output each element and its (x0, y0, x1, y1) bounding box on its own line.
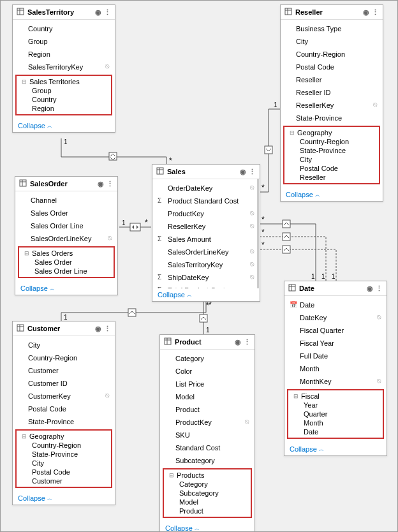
more-icon[interactable]: ⋮ (104, 8, 111, 17)
collapse-link[interactable]: Collapse︿ (152, 288, 260, 301)
table-header[interactable]: Product ◉ ⋮ (160, 335, 254, 350)
more-icon[interactable]: ⋮ (376, 284, 383, 293)
table-salesorder[interactable]: SalesOrder ◉ ⋮ Channel Sales Order Sales… (15, 176, 118, 295)
field-row[interactable]: Month (284, 362, 387, 375)
hierarchy-item[interactable]: Postal Code (17, 468, 111, 477)
hierarchy-item[interactable]: Sales Order (19, 258, 114, 267)
more-icon[interactable]: ⋮ (104, 325, 111, 333)
hierarchy-item[interactable]: Category (164, 480, 251, 489)
field-row[interactable]: Reseller (281, 73, 383, 86)
hierarchy-item[interactable]: Date (288, 427, 383, 436)
hierarchy-item[interactable]: Product (164, 506, 251, 515)
field-row[interactable]: MonthKey⦰ (284, 375, 387, 388)
table-reseller[interactable]: Reseller ◉ ⋮ Business Type City Country-… (280, 4, 383, 202)
field-row[interactable]: DateKey⦰ (284, 311, 387, 324)
field-row[interactable]: Full Date (284, 350, 387, 362)
scrollbar[interactable] (257, 179, 259, 288)
table-salesterritory[interactable]: SalesTerritory ◉ ⋮ Country Group Region … (12, 4, 115, 133)
field-row[interactable]: Reseller ID (281, 86, 383, 99)
field-row[interactable]: Customer (13, 364, 115, 377)
hierarchy-item[interactable]: Subcategory (164, 489, 251, 498)
collapse-link[interactable]: Collapse︿ (281, 188, 383, 201)
visibility-icon[interactable]: ◉ (240, 168, 246, 176)
table-product[interactable]: Product ◉ ⋮ Category Color List Price Mo… (159, 334, 255, 532)
field-row[interactable]: ΣProduct Standard Cost (152, 195, 260, 207)
more-icon[interactable]: ⋮ (107, 180, 114, 188)
hierarchy-header[interactable]: ⊟Sales Orders (19, 249, 114, 258)
hierarchy-item[interactable]: Region (17, 104, 111, 113)
visibility-icon[interactable]: ◉ (367, 284, 373, 293)
field-row[interactable]: Subcategory (160, 454, 254, 467)
field-row[interactable]: State-Province (281, 112, 383, 124)
field-row[interactable]: Category (160, 352, 254, 365)
field-row[interactable]: 📅Date (284, 299, 387, 311)
collapse-link[interactable]: Collapse︿ (13, 492, 115, 505)
hierarchy-item[interactable]: Customer (17, 477, 111, 485)
table-header[interactable]: Date ◉ ⋮ (284, 281, 387, 296)
field-row[interactable]: ProductKey⦰ (152, 207, 260, 220)
table-customer[interactable]: Customer ◉ ⋮ City Country-Region Custome… (12, 321, 115, 505)
field-row[interactable]: Postal Code (281, 61, 383, 73)
table-date[interactable]: Date ◉ ⋮ 📅Date DateKey⦰ Fiscal Quarter F… (284, 281, 387, 456)
field-row[interactable]: Product (160, 403, 254, 416)
hierarchy-header[interactable]: ⊟Products (164, 471, 251, 480)
field-row[interactable]: Country-Region (13, 351, 115, 364)
field-row[interactable]: SalesTerritoryKey⦰ (13, 61, 115, 73)
hierarchy-header[interactable]: ⊟Fiscal (288, 392, 383, 401)
field-row[interactable]: ΣShipDateKey⦰ (152, 271, 260, 284)
hierarchy-item[interactable]: Year (288, 401, 383, 410)
visibility-icon[interactable]: ◉ (95, 325, 101, 333)
hierarchy-item[interactable]: Quarter (288, 410, 383, 418)
table-header[interactable]: SalesTerritory ◉ ⋮ (13, 5, 115, 20)
hierarchy-item[interactable]: Postal Code (284, 164, 379, 173)
hierarchy-item[interactable]: Month (288, 418, 383, 427)
field-row[interactable]: Color (160, 365, 254, 378)
visibility-icon[interactable]: ◉ (363, 8, 369, 17)
field-row[interactable]: Model (160, 390, 254, 403)
field-row[interactable]: Business Type (281, 22, 383, 35)
field-row[interactable]: ResellerKey⦰ (152, 220, 260, 233)
hierarchy-item[interactable]: Group (17, 86, 111, 95)
more-icon[interactable]: ⋮ (244, 338, 251, 346)
table-header[interactable]: Reseller ◉ ⋮ (281, 5, 383, 20)
field-row[interactable]: SalesOrderLineKey⦰ (152, 246, 260, 258)
field-row[interactable]: ΣTotal Product Cost (152, 284, 260, 288)
field-row[interactable]: SalesOrderLineKey⦰ (15, 232, 117, 245)
field-row[interactable]: Customer ID (13, 377, 115, 390)
collapse-link[interactable]: Collapse︿ (13, 119, 115, 132)
table-header[interactable]: Customer ◉ ⋮ (13, 321, 115, 336)
field-row[interactable]: Country-Region (281, 48, 383, 61)
field-row[interactable]: ΣSales Amount (152, 233, 260, 246)
visibility-icon[interactable]: ◉ (235, 338, 241, 346)
field-row[interactable]: OrderDateKey⦰ (152, 182, 260, 195)
field-row[interactable]: ProductKey⦰ (160, 416, 254, 429)
more-icon[interactable]: ⋮ (249, 168, 256, 176)
field-row[interactable]: SKU (160, 429, 254, 441)
collapse-link[interactable]: Collapse︿ (15, 282, 117, 295)
field-row[interactable]: Fiscal Quarter (284, 324, 387, 337)
field-row[interactable]: Sales Order Line (15, 219, 117, 232)
field-row[interactable]: Region (13, 48, 115, 61)
field-row[interactable]: City (13, 339, 115, 351)
collapse-link[interactable]: Collapse︿ (284, 443, 387, 455)
hierarchy-header[interactable]: ⊟Geography (17, 432, 111, 441)
field-row[interactable]: Postal Code (13, 403, 115, 415)
hierarchy-item[interactable]: State-Province (17, 450, 111, 459)
field-row[interactable]: Group (13, 35, 115, 48)
hierarchy-item[interactable]: Model (164, 498, 251, 506)
hierarchy-item[interactable]: Sales Order Line (19, 267, 114, 276)
hierarchy-header[interactable]: ⊟Sales Territories (17, 77, 111, 86)
hierarchy-item[interactable]: Country (17, 95, 111, 104)
field-row[interactable]: Channel (15, 194, 117, 207)
table-header[interactable]: Sales ◉ ⋮ (152, 165, 260, 179)
field-row[interactable]: ResellerKey⦰ (281, 99, 383, 112)
field-row[interactable]: Standard Cost (160, 441, 254, 454)
field-row[interactable]: Fiscal Year (284, 337, 387, 350)
field-row[interactable]: City (281, 35, 383, 48)
field-row[interactable]: List Price (160, 378, 254, 390)
hierarchy-item[interactable]: Country-Region (17, 441, 111, 450)
field-row[interactable]: SalesTerritoryKey⦰ (152, 258, 260, 271)
hierarchy-item[interactable]: City (17, 459, 111, 468)
table-header[interactable]: SalesOrder ◉ ⋮ (15, 177, 117, 191)
visibility-icon[interactable]: ◉ (95, 8, 101, 17)
